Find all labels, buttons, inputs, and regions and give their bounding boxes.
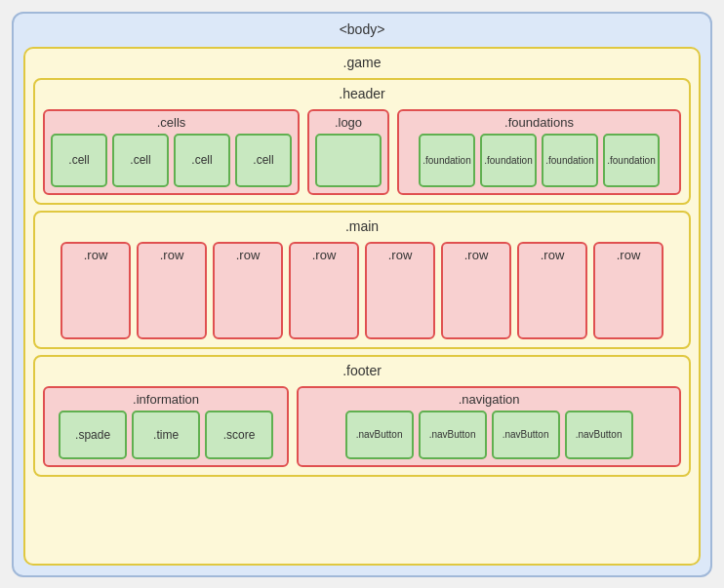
- footer-label: .footer: [342, 361, 382, 380]
- main-row: .row .row .row .row .row .row: [60, 242, 664, 339]
- logo-box: .logo: [307, 109, 389, 195]
- cells-box: .cells .cell .cell .cell .cell: [43, 109, 300, 195]
- row-label-1: .row: [84, 248, 108, 262]
- foundation-item-2: .foundation: [480, 134, 537, 187]
- cells-label: .cells: [157, 115, 186, 130]
- row-item-1: .row: [60, 242, 131, 339]
- row-item-5: .row: [365, 242, 435, 339]
- foundations-label: .foundations: [504, 115, 574, 130]
- logo-inner: [315, 134, 382, 187]
- spade-item: .spade: [59, 411, 127, 459]
- navigation-box: .navigation .navButton .navButton .navBu…: [297, 386, 681, 467]
- row-item-4: .row: [289, 242, 359, 339]
- foundations-box: .foundations .foundation .foundation .fo…: [397, 109, 681, 195]
- information-label: .information: [133, 392, 199, 407]
- row-label-4: .row: [312, 248, 337, 262]
- row-label-6: .row: [464, 248, 489, 262]
- row-item-2: .row: [137, 242, 207, 339]
- foundation-item-3: .foundation: [542, 134, 598, 187]
- foundations-inner: .foundation .foundation .foundation .fou…: [419, 134, 660, 187]
- body-label: <body>: [340, 20, 385, 39]
- row-item-6: .row: [441, 242, 511, 339]
- foundation-item-4: .foundation: [603, 134, 660, 187]
- game-container: .game .header .cells .cell .cell .cell .…: [23, 47, 701, 566]
- row-label-5: .row: [388, 248, 413, 262]
- row-label-3: .row: [236, 248, 261, 262]
- row-label-2: .row: [160, 248, 184, 262]
- nav-button-4[interactable]: .navButton: [565, 411, 633, 459]
- row-label-8: .row: [617, 248, 641, 262]
- nav-button-1[interactable]: .navButton: [345, 411, 414, 459]
- info-inner: .spade .time .score: [59, 411, 273, 459]
- nav-button-2[interactable]: .navButton: [419, 411, 487, 459]
- foundation-item-1: .foundation: [419, 134, 475, 187]
- main-section: .main .row .row .row .row .row: [33, 211, 691, 349]
- nav-inner: .navButton .navButton .navButton .navBut…: [345, 411, 633, 459]
- score-item: .score: [205, 411, 273, 459]
- header-label: .header: [339, 84, 384, 103]
- footer-section: .footer .information .spade .time .score…: [33, 355, 691, 477]
- diagram-wrapper: <body> .game .header .cells .cell .cell …: [0, 0, 724, 588]
- game-label: .game: [343, 53, 382, 72]
- cell-item-3: .cell: [174, 134, 230, 187]
- body-container: <body> .game .header .cells .cell .cell …: [12, 12, 712, 577]
- row-item-7: .row: [517, 242, 587, 339]
- row-item-8: .row: [593, 242, 664, 339]
- footer-row: .information .spade .time .score .naviga…: [43, 386, 681, 467]
- main-label: .main: [345, 216, 379, 236]
- information-box: .information .spade .time .score: [43, 386, 289, 467]
- header-section: .header .cells .cell .cell .cell .cell: [33, 78, 691, 205]
- cell-item-1: .cell: [51, 134, 107, 187]
- cell-item-2: .cell: [112, 134, 169, 187]
- cells-inner: .cell .cell .cell .cell: [51, 134, 292, 187]
- logo-label: .logo: [335, 115, 362, 130]
- row-item-3: .row: [213, 242, 283, 339]
- cell-item-4: .cell: [235, 134, 292, 187]
- nav-button-3[interactable]: .navButton: [492, 411, 560, 459]
- navigation-label: .navigation: [459, 392, 520, 407]
- row-label-7: .row: [541, 248, 565, 262]
- time-item: .time: [132, 411, 200, 459]
- header-row: .cells .cell .cell .cell .cell .logo: [43, 109, 681, 195]
